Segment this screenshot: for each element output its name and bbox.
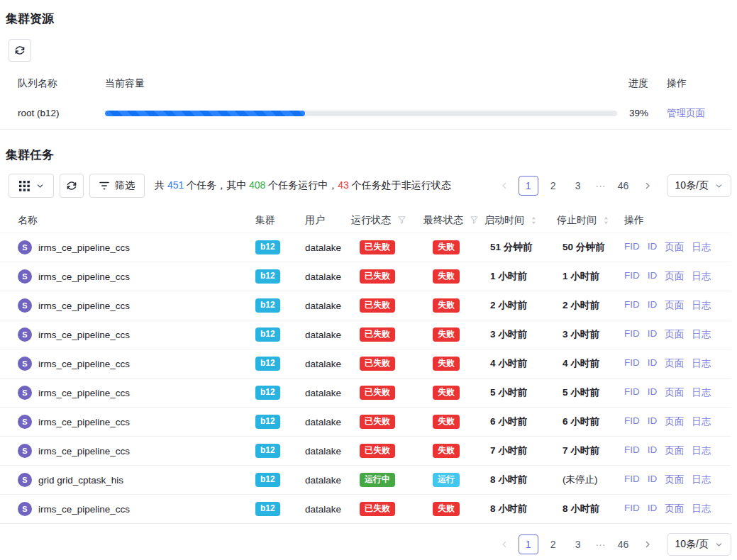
pagination-page-3[interactable]: 3 (568, 176, 588, 196)
action-link-log[interactable]: 日志 (692, 474, 711, 486)
start-time: 6 小时前 (484, 415, 557, 428)
row-actions: FIDID页面日志 (624, 270, 731, 283)
tasks-refresh-button[interactable] (60, 174, 84, 198)
action-link-page[interactable]: 页面 (665, 415, 684, 428)
pagination-ellipsis[interactable]: ··· (593, 539, 609, 550)
action-link-id[interactable]: ID (648, 386, 658, 399)
page-size-select[interactable]: 10条/页 (667, 533, 731, 556)
cluster-resources-section: 集群资源 队列名称 当前容量 进度 操作 root (b12) 39% 管理页面 (0, 0, 737, 130)
final-status-badge: 失败 (433, 415, 460, 429)
action-link-page[interactable]: 页面 (665, 474, 684, 486)
manage-page-link[interactable]: 管理页面 (667, 108, 705, 118)
action-link-id[interactable]: ID (648, 270, 658, 283)
action-link-fid[interactable]: FID (624, 386, 640, 399)
stop-time: 5 小时前 (557, 386, 624, 399)
funnel-filter-icon[interactable] (397, 215, 406, 225)
cluster-badge: b12 (255, 327, 280, 342)
stop-time: 2 小时前 (557, 299, 624, 312)
table-row: S irms_ce_pipeline_ccs b12 datalake 已失败 … (0, 320, 731, 349)
page-size-select[interactable]: 10条/页 (667, 174, 731, 197)
cluster-badge: b12 (255, 444, 280, 458)
action-link-id[interactable]: ID (648, 503, 658, 515)
action-link-fid[interactable]: FID (624, 474, 640, 486)
pagination-prev[interactable] (495, 534, 514, 554)
action-link-id[interactable]: ID (648, 299, 658, 312)
col-actions: 操作 (624, 214, 731, 227)
action-link-id[interactable]: ID (648, 444, 658, 457)
action-link-page[interactable]: 页面 (665, 357, 684, 370)
funnel-filter-icon[interactable] (470, 215, 479, 225)
action-link-fid[interactable]: FID (624, 241, 640, 254)
resource-row: root (b12) 39% 管理页面 (0, 97, 731, 130)
start-time: 4 小时前 (484, 357, 557, 370)
table-row: S irms_ce_pipeline_ccs b12 datalake 已失败 … (0, 437, 731, 466)
action-link-page[interactable]: 页面 (665, 503, 684, 515)
sort-icon[interactable] (531, 215, 537, 225)
action-link-log[interactable]: 日志 (692, 444, 711, 457)
pagination-page-46[interactable]: 46 (614, 176, 633, 196)
action-link-fid[interactable]: FID (624, 415, 640, 428)
action-link-fid[interactable]: FID (624, 270, 640, 283)
chevron-down-icon (715, 541, 723, 549)
filter-button[interactable]: 筛选 (89, 174, 145, 198)
pagination-page-1[interactable]: 1 (519, 176, 538, 196)
action-link-page[interactable]: 页面 (665, 299, 684, 312)
final-status-badge: 失败 (433, 240, 460, 254)
row-actions: FIDID页面日志 (624, 474, 731, 486)
action-link-id[interactable]: ID (648, 415, 658, 428)
action-link-log[interactable]: 日志 (692, 270, 711, 283)
table-row: S irms_ce_pipeline_ccs b12 datalake 已失败 … (0, 233, 731, 262)
avatar: S (18, 415, 32, 429)
action-link-id[interactable]: ID (648, 241, 658, 254)
pagination-next[interactable] (638, 534, 657, 554)
user-name: datalake (305, 242, 351, 253)
row-actions: FIDID页面日志 (624, 503, 731, 515)
action-link-fid[interactable]: FID (624, 299, 640, 312)
table-row: S grid grid_cptask_his b12 datalake 运行中 … (0, 466, 731, 495)
run-status-badge: 已失败 (360, 298, 395, 313)
final-status-badge: 运行 (433, 473, 460, 487)
action-link-fid[interactable]: FID (624, 444, 640, 457)
pagination-page-3[interactable]: 3 (568, 534, 588, 554)
sort-icon[interactable] (603, 215, 609, 225)
pagination-prev[interactable] (495, 176, 514, 196)
pagination-next[interactable] (638, 176, 657, 196)
action-link-log[interactable]: 日志 (692, 386, 711, 399)
pagination-page-46[interactable]: 46 (614, 534, 633, 554)
cluster-badge: b12 (255, 386, 280, 400)
user-name: datalake (305, 271, 351, 282)
action-link-page[interactable]: 页面 (665, 328, 684, 341)
final-status-badge: 失败 (433, 269, 460, 284)
action-link-id[interactable]: ID (648, 474, 658, 486)
table-row: S irms_ce_pipeline_ccs b12 datalake 已失败 … (0, 379, 731, 408)
action-link-page[interactable]: 页面 (665, 270, 684, 283)
action-link-log[interactable]: 日志 (692, 357, 711, 370)
action-link-log[interactable]: 日志 (692, 415, 711, 428)
run-status-badge: 已失败 (360, 415, 395, 429)
action-link-log[interactable]: 日志 (692, 328, 711, 341)
resources-refresh-button[interactable] (9, 39, 31, 62)
action-link-fid[interactable]: FID (624, 328, 640, 341)
pagination-page-1[interactable]: 1 (519, 534, 538, 554)
action-link-log[interactable]: 日志 (692, 241, 711, 254)
task-name: irms_ce_pipeline_ccs (38, 388, 130, 398)
action-link-id[interactable]: ID (648, 357, 658, 370)
action-link-page[interactable]: 页面 (665, 241, 684, 254)
final-status-badge: 失败 (433, 327, 460, 342)
action-link-fid[interactable]: FID (624, 357, 640, 370)
action-link-page[interactable]: 页面 (665, 386, 684, 399)
action-link-log[interactable]: 日志 (692, 299, 711, 312)
pagination-page-2[interactable]: 2 (543, 534, 563, 554)
user-name: datalake (305, 388, 351, 398)
final-status-badge: 失败 (433, 386, 460, 400)
action-link-fid[interactable]: FID (624, 503, 640, 515)
col-cluster: 集群 (255, 214, 305, 227)
task-name: irms_ce_pipeline_ccs (38, 330, 130, 340)
column-settings-dropdown-button[interactable] (9, 174, 54, 198)
action-link-log[interactable]: 日志 (692, 503, 711, 515)
action-link-page[interactable]: 页面 (665, 444, 684, 457)
action-link-id[interactable]: ID (648, 328, 658, 341)
avatar: S (18, 444, 32, 458)
pagination-ellipsis[interactable]: ··· (593, 180, 609, 191)
pagination-page-2[interactable]: 2 (543, 176, 563, 196)
